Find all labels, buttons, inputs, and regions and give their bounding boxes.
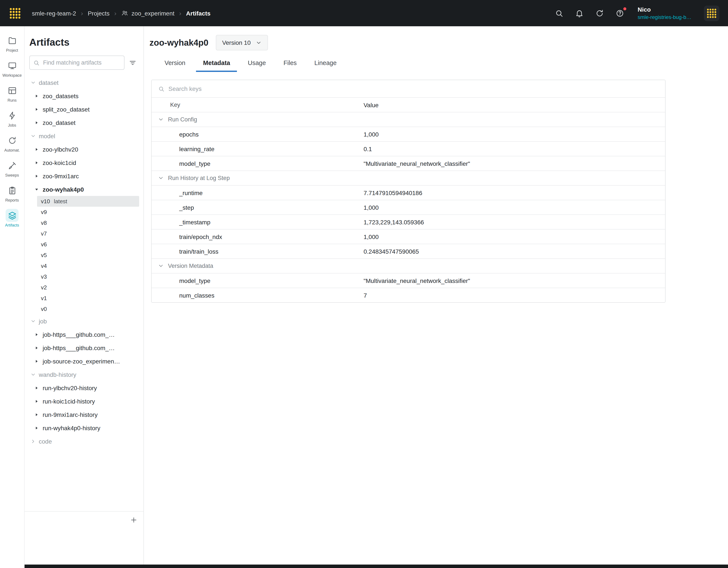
nav-rail: ProjectWorkspaceRunsJobsAutomat.SweepsRe… bbox=[0, 26, 25, 568]
metadata-section-version-metadata[interactable]: Version Metadata bbox=[152, 259, 665, 273]
tree-item-label: v3 bbox=[41, 274, 47, 280]
tree-item-label: v9 bbox=[41, 209, 47, 215]
tree-version-v9[interactable]: v9 bbox=[37, 207, 139, 218]
breadcrumb-item-artifacts[interactable]: Artifacts bbox=[186, 10, 211, 17]
tree-artifact-zoo-ylbchv20[interactable]: zoo-ylbchv20 bbox=[29, 143, 139, 156]
bell-icon[interactable] bbox=[575, 9, 584, 17]
breadcrumb-item-zoo-experiment[interactable]: zoo_experiment bbox=[121, 9, 174, 17]
metadata-row-model-type: model_type"Multivariate_neural_network_c… bbox=[152, 273, 665, 287]
user-name: Nico bbox=[638, 6, 691, 14]
tree-item-label: job-https___github.com_… bbox=[43, 331, 115, 338]
tree-version-v5[interactable]: v5 bbox=[37, 250, 139, 261]
sidebar-item-reports[interactable]: Reports bbox=[0, 181, 24, 206]
add-artifact-button[interactable] bbox=[128, 514, 139, 526]
sidebar-item-sweeps[interactable]: Sweeps bbox=[0, 156, 24, 181]
tree-section-wandb-history[interactable]: wandb-history bbox=[29, 368, 139, 381]
tree-section-model[interactable]: model bbox=[29, 129, 139, 143]
tree-artifact-run-ylbchv20-history[interactable]: run-ylbchv20-history bbox=[29, 381, 139, 394]
sidebar-item-automat[interactable]: Automat. bbox=[0, 131, 24, 156]
breadcrumb-separator: › bbox=[81, 10, 83, 16]
tree-artifact-zoo-koic1cid[interactable]: zoo-koic1cid bbox=[29, 156, 139, 169]
tree-section-job[interactable]: job bbox=[29, 314, 139, 328]
notification-dot bbox=[623, 7, 627, 11]
tree-item-label: zoo_datasets bbox=[43, 92, 79, 99]
sidebar-item-artifacts[interactable]: Artifacts bbox=[0, 206, 24, 231]
metadata-row-step: _step1,000 bbox=[152, 200, 665, 215]
tree-version-v0[interactable]: v0 bbox=[37, 303, 139, 314]
metadata-key: model_type bbox=[152, 277, 364, 284]
workspace-icon bbox=[8, 61, 17, 70]
artifact-search-input[interactable] bbox=[29, 56, 124, 70]
tree-artifact-zoo-datasets[interactable]: zoo_datasets bbox=[29, 89, 139, 103]
breadcrumb-item-projects[interactable]: Projects bbox=[88, 10, 109, 17]
search-icon[interactable] bbox=[555, 9, 564, 17]
version-dropdown[interactable]: Version 10 bbox=[216, 35, 268, 50]
tree-version-v8[interactable]: v8 bbox=[37, 218, 139, 228]
sidebar-item-project[interactable]: Project bbox=[0, 31, 24, 56]
tree-artifact-run-koic1cid-history[interactable]: run-koic1cid-history bbox=[29, 394, 139, 408]
navbar-icons bbox=[555, 9, 624, 17]
filter-button[interactable] bbox=[126, 56, 139, 69]
tree-artifact-split-zoo-dataset[interactable]: split_zoo_dataset bbox=[29, 103, 139, 116]
metadata-section-run-history-at-log-step[interactable]: Run History at Log Step bbox=[152, 171, 665, 185]
main-content: zoo-wyhak4p0 Version 10 VersionMetadataU… bbox=[144, 26, 728, 565]
tree-artifact-job-source-zoo-experimen[interactable]: job-source-zoo_experimen… bbox=[29, 354, 139, 368]
user-avatar[interactable] bbox=[704, 5, 719, 21]
wandb-logo-icon[interactable] bbox=[9, 7, 22, 20]
artifacts-sidebar: Artifacts datasetzoo_datasetssplit_zoo_d… bbox=[25, 26, 144, 565]
user-menu[interactable]: Nico smle-registries-bug-b… bbox=[638, 6, 691, 21]
tree-version-v10[interactable]: v10latest bbox=[37, 196, 139, 207]
chevron-down-icon bbox=[31, 133, 36, 139]
tree-item-label: wandb-history bbox=[39, 371, 76, 378]
breadcrumb-item-smle-reg-team-2[interactable]: smle-reg-team-2 bbox=[32, 10, 76, 17]
tree-artifact-job-https-github-com[interactable]: job-https___github.com_… bbox=[29, 328, 139, 341]
chevron-down-icon bbox=[31, 318, 36, 323]
section-name: Version Metadata bbox=[168, 263, 213, 269]
tab-version[interactable]: Version bbox=[158, 55, 192, 72]
chevron-down-icon bbox=[158, 117, 164, 122]
column-header-key: Key bbox=[152, 102, 364, 108]
tab-usage[interactable]: Usage bbox=[241, 55, 273, 72]
metadata-value: 0.1 bbox=[364, 145, 665, 152]
tab-lineage[interactable]: Lineage bbox=[308, 55, 344, 72]
tree-section-dataset[interactable]: dataset bbox=[29, 76, 139, 89]
tab-metadata[interactable]: Metadata bbox=[196, 55, 237, 72]
metadata-value: 1,723,229,143.059366 bbox=[364, 219, 665, 226]
rail-icon-wrap bbox=[6, 209, 19, 222]
tree-item-label: zoo-koic1cid bbox=[43, 159, 76, 166]
tree-item-label: v2 bbox=[41, 284, 47, 291]
tree-artifact-zoo-9mxi1arc[interactable]: zoo-9mxi1arc bbox=[29, 169, 139, 183]
breadcrumb-label: smle-reg-team-2 bbox=[32, 10, 76, 17]
help-icon[interactable] bbox=[616, 9, 624, 17]
tree-version-v6[interactable]: v6 bbox=[37, 239, 139, 250]
sidebar-search-row bbox=[29, 56, 139, 70]
tab-label: Version bbox=[165, 59, 185, 66]
tree-item-label: run-koic1cid-history bbox=[43, 398, 95, 404]
tree-version-v4[interactable]: v4 bbox=[37, 261, 139, 271]
metadata-row-num-classes: num_classes7 bbox=[152, 287, 665, 302]
tab-files[interactable]: Files bbox=[277, 55, 303, 72]
metadata-key: learning_rate bbox=[152, 145, 364, 152]
jobs-icon bbox=[8, 111, 17, 120]
tree-version-v1[interactable]: v1 bbox=[37, 293, 139, 303]
tree-artifact-job-https-github-com[interactable]: job-https___github.com_… bbox=[29, 341, 139, 354]
tree-item-label: split_zoo_dataset bbox=[43, 106, 90, 113]
tree-artifact-zoo-wyhak4p0[interactable]: zoo-wyhak4p0 bbox=[29, 183, 139, 196]
metadata-search-input[interactable] bbox=[168, 80, 665, 97]
user-team-link[interactable]: smle-registries-bug-b… bbox=[638, 14, 691, 21]
sidebar-item-jobs[interactable]: Jobs bbox=[0, 106, 24, 131]
metadata-search bbox=[152, 80, 665, 97]
tree-section-code[interactable]: code bbox=[29, 434, 139, 448]
tree-artifact-zoo-dataset[interactable]: zoo_dataset bbox=[29, 116, 139, 129]
tree-version-v7[interactable]: v7 bbox=[37, 228, 139, 239]
tree-version-v3[interactable]: v3 bbox=[37, 271, 139, 282]
tree-artifact-run-9mxi1arc-history[interactable]: run-9mxi1arc-history bbox=[29, 408, 139, 421]
sidebar-item-runs[interactable]: Runs bbox=[0, 81, 24, 106]
tree-version-v2[interactable]: v2 bbox=[37, 282, 139, 293]
triangle-right-icon bbox=[34, 174, 39, 178]
tree-artifact-run-wyhak4p0-history[interactable]: run-wyhak4p0-history bbox=[29, 421, 139, 434]
refresh-icon[interactable] bbox=[596, 9, 604, 17]
metadata-row-learning-rate: learning_rate0.1 bbox=[152, 141, 665, 156]
metadata-section-run-config[interactable]: Run Config bbox=[152, 112, 665, 127]
sidebar-item-workspace[interactable]: Workspace bbox=[0, 56, 24, 81]
